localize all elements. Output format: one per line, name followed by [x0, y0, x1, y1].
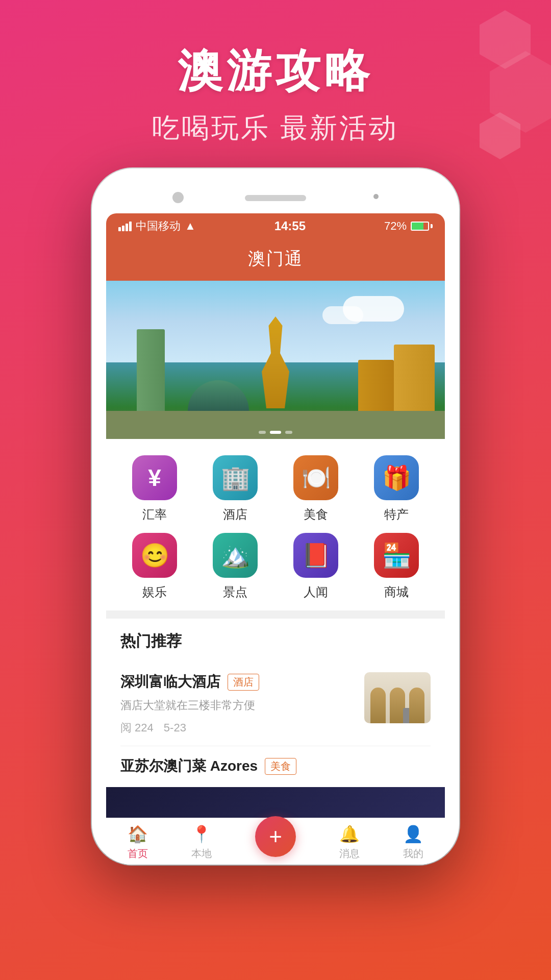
list-item-content-1: 深圳富临大酒店 酒店 酒店大堂就在三楼非常方便 阅 224 5-23 — [120, 672, 354, 736]
item-image-1 — [364, 672, 431, 723]
item-desc-1: 酒店大堂就在三楼非常方便 — [120, 698, 354, 713]
renwen-label: 人闻 — [304, 584, 328, 600]
home-label: 首页 — [128, 847, 148, 861]
phone-top-bar — [106, 183, 445, 213]
icon-item-renwen[interactable]: 📕 人闻 — [276, 533, 356, 600]
list-item-2[interactable]: 亚苏尔澳门菜 Azores 美食 — [120, 746, 431, 787]
carousel-dot-2[interactable] — [270, 431, 281, 434]
meishi-icon: 🍽️ — [302, 464, 331, 492]
item-name-row-1: 深圳富临大酒店 酒店 — [120, 672, 354, 692]
shangcheng-icon: 🏪 — [382, 542, 411, 569]
phone-speaker — [245, 195, 306, 201]
signal-bar-1 — [118, 227, 121, 231]
icon-item-techan[interactable]: 🎁 特产 — [356, 455, 437, 523]
shangcheng-label: 商城 — [384, 584, 409, 600]
icon-item-meishi[interactable]: 🍽️ 美食 — [276, 455, 356, 523]
item-name-1: 深圳富临大酒店 — [120, 672, 220, 692]
icon-item-yule[interactable]: 😊 娱乐 — [114, 533, 195, 600]
message-icon: 🔔 — [339, 824, 360, 844]
building-right-1 — [358, 360, 394, 411]
building-right-2 — [394, 345, 435, 411]
battery-percent: 72% — [384, 219, 407, 233]
techan-icon-circle: 🎁 — [374, 455, 419, 500]
jiudian-icon-circle: 🏢 — [213, 455, 258, 500]
item-tag-2: 美食 — [265, 758, 296, 775]
signal-bar-2 — [122, 226, 124, 231]
local-icon: 📍 — [191, 824, 212, 844]
status-right: 72% — [384, 219, 433, 233]
banner-ground — [106, 411, 445, 439]
phone-mockup: 中国移动 ▲ 14:55 72% 澳门通 — [92, 168, 459, 865]
carousel-dot-1[interactable] — [259, 431, 266, 434]
signal-bar-4 — [129, 222, 132, 231]
list-item[interactable]: 深圳富临大酒店 酒店 酒店大堂就在三楼非常方便 阅 224 5-23 — [120, 662, 431, 746]
add-icon: + — [269, 825, 282, 848]
carrier-name: 中国移动 — [136, 218, 181, 234]
techan-label: 特产 — [384, 506, 409, 523]
battery-indicator — [411, 222, 433, 231]
top-text-area: 澳游攻略 吃喝玩乐 最新活动 — [0, 0, 551, 147]
phone-shell: 中国移动 ▲ 14:55 72% 澳门通 — [92, 168, 459, 865]
signal-bars — [118, 222, 132, 231]
carousel-dots — [259, 431, 292, 434]
arch-door-2 — [390, 688, 405, 723]
yule-label: 娱乐 — [142, 584, 167, 600]
phone-screen: 中国移动 ▲ 14:55 72% 澳门通 — [106, 213, 445, 865]
item-read-count: 阅 224 — [120, 720, 154, 736]
item-name-2: 亚苏尔澳门菜 Azores — [120, 756, 258, 776]
icon-item-jingdian[interactable]: 🏔️ 景点 — [195, 533, 276, 600]
arch-door-1 — [370, 688, 386, 723]
huilu-label: 汇率 — [142, 506, 167, 523]
phone-dot — [373, 194, 379, 199]
signal-bar-3 — [126, 224, 128, 231]
hot-section: 热门推荐 深圳富临大酒店 酒店 酒店大堂就在三楼非常方便 阅 224 5-23 — [106, 619, 445, 787]
battery-body — [411, 222, 429, 231]
wifi-icon: ▲ — [185, 219, 196, 233]
jiudian-label: 酒店 — [223, 506, 247, 523]
grand-lisboa-tower — [253, 316, 298, 408]
carousel-dot-3[interactable] — [285, 431, 292, 434]
nav-item-mine[interactable]: 👤 我的 — [403, 824, 423, 861]
meishi-icon-circle: 🍽️ — [293, 455, 338, 500]
nav-item-home[interactable]: 🏠 首页 — [128, 824, 148, 861]
icon-item-huilu[interactable]: ¥ 汇率 — [114, 455, 195, 523]
shangcheng-icon-circle: 🏪 — [374, 533, 419, 578]
message-label: 消息 — [339, 847, 360, 861]
techan-icon: 🎁 — [382, 464, 411, 492]
arch-image — [364, 672, 431, 723]
renwen-icon-circle: 📕 — [293, 533, 338, 578]
mine-label: 我的 — [403, 847, 423, 861]
nav-item-message[interactable]: 🔔 消息 — [339, 824, 360, 861]
jingdian-label: 景点 — [223, 584, 247, 600]
nav-item-local[interactable]: 📍 本地 — [191, 824, 212, 861]
icon-item-shangcheng[interactable]: 🏪 商城 — [356, 533, 437, 600]
app-title: 澳门通 — [248, 249, 303, 268]
item-date: 5-23 — [164, 721, 186, 734]
local-label: 本地 — [191, 847, 212, 861]
battery-tip — [431, 224, 433, 228]
page-title: 澳游攻略 — [0, 41, 551, 102]
huilu-icon: ¥ — [148, 464, 161, 492]
dome-building — [188, 380, 249, 411]
add-button[interactable]: + — [255, 816, 296, 857]
home-icon: 🏠 — [128, 824, 148, 844]
banner-image[interactable] — [106, 281, 445, 439]
yule-icon-circle: 😊 — [132, 533, 177, 578]
yule-icon: 😊 — [140, 542, 169, 569]
jingdian-icon: 🏔️ — [221, 542, 250, 569]
section-divider — [106, 610, 445, 619]
arch-door-3 — [409, 688, 424, 723]
icon-grid: ¥ 汇率 🏢 酒店 🍽️ 美食 — [106, 439, 445, 610]
jingdian-icon-circle: 🏔️ — [213, 533, 258, 578]
icon-item-jiudian[interactable]: 🏢 酒店 — [195, 455, 276, 523]
status-left: 中国移动 ▲ — [118, 218, 196, 234]
item-name-row-2: 亚苏尔澳门菜 Azores 美食 — [120, 756, 431, 776]
app-header: 澳门通 — [106, 239, 445, 281]
dark-preview-banner — [106, 787, 445, 818]
phone-camera — [172, 192, 184, 203]
status-time: 14:55 — [274, 219, 306, 233]
page-subtitle: 吃喝玩乐 最新活动 — [0, 110, 551, 147]
item-tag-1: 酒店 — [228, 674, 259, 691]
building-left — [137, 329, 165, 411]
jiudian-icon: 🏢 — [221, 464, 250, 492]
